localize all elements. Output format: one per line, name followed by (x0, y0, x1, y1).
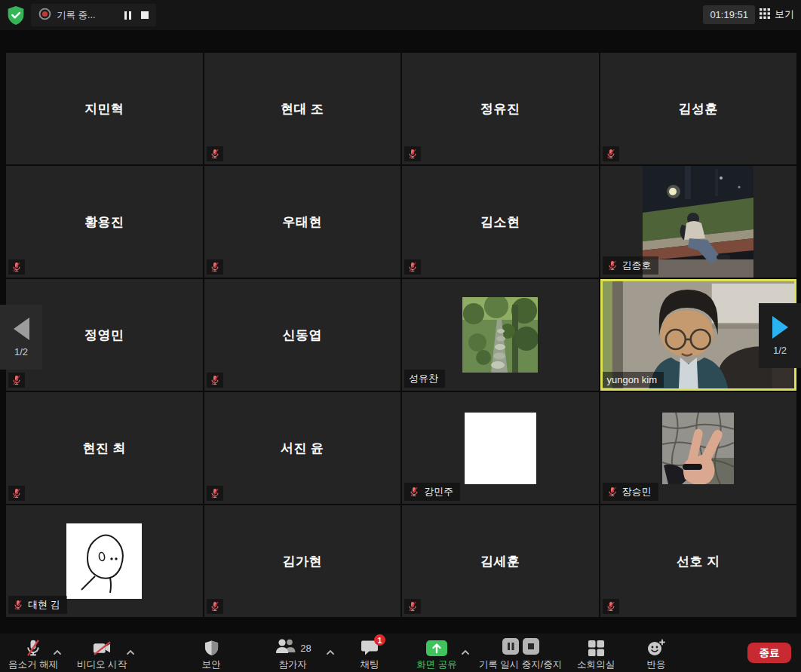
participant-tile[interactable]: 김소현 (402, 166, 599, 278)
breakout-rooms-button[interactable]: 소회의실 (569, 634, 622, 672)
participant-nameplate (207, 599, 223, 614)
participant-tile[interactable]: 대현 김 (6, 505, 203, 617)
participant-tile[interactable]: 강민주 (402, 392, 599, 504)
participant-tile[interactable]: 정유진 (402, 53, 599, 164)
participant-name: 현진 최 (6, 392, 203, 504)
start-video-label: 비디오 시작 (77, 658, 127, 671)
next-arrow-icon (772, 316, 788, 339)
participant-name: 김소현 (402, 166, 599, 278)
participant-nameplate (8, 373, 25, 388)
participant-name: 서진 윤 (204, 392, 401, 504)
participant-tile[interactable]: 성유찬 (402, 279, 599, 391)
reactions-icon (646, 638, 666, 658)
recording-stop-icon[interactable] (141, 11, 149, 19)
chat-badge: 1 (374, 634, 385, 646)
muted-mic-icon (210, 375, 220, 385)
security-label: 보안 (202, 658, 221, 671)
participant-tile[interactable]: 우태현 (204, 166, 401, 278)
muted-mic-icon (607, 260, 618, 271)
record-stop-icon[interactable] (523, 638, 539, 658)
participant-nameplate (207, 373, 223, 388)
participant-tile[interactable]: 김종호 (600, 166, 797, 278)
unmute-options-chevron[interactable] (53, 645, 62, 658)
muted-mic-icon (11, 488, 22, 499)
muted-mic-icon (407, 262, 418, 272)
participant-tile[interactable]: 장승민 (600, 392, 797, 504)
participant-tile[interactable]: 선호 지 (600, 505, 797, 617)
participant-tile[interactable]: 현대 조 (204, 53, 401, 164)
share-screen-label: 화면 공유 (416, 658, 456, 671)
participant-name: 지민혁 (6, 53, 203, 164)
participant-name: 황용진 (6, 166, 203, 278)
record-label: 기록 일시 중지/중지 (479, 658, 562, 671)
participant-tile[interactable]: 지민혁 (6, 53, 203, 164)
participant-tile[interactable]: 김가현 (204, 505, 401, 617)
previous-page-button[interactable]: 1/2 (0, 305, 42, 370)
participant-name: 김세훈 (402, 505, 599, 617)
record-pause-stop-button[interactable]: 기록 일시 중지/중지 (471, 634, 569, 672)
participant-name: 장승민 (622, 485, 652, 499)
participant-tile[interactable]: 김성훈 (600, 53, 797, 164)
grid-view-icon (760, 8, 770, 21)
participant-nameplate (603, 146, 619, 161)
page-indicator: 1/2 (14, 346, 28, 357)
muted-mic-icon (607, 486, 618, 497)
participant-nameplate (404, 146, 421, 161)
participant-tile[interactable]: 김세훈 (402, 505, 599, 617)
next-page-button[interactable]: 1/2 (759, 303, 801, 368)
muted-mic-icon (606, 601, 616, 612)
participants-button[interactable]: 28 참가자 (264, 634, 321, 672)
participants-options-chevron[interactable] (326, 645, 335, 658)
participant-tile[interactable]: 서진 윤 (204, 392, 401, 504)
participant-name: 우태현 (204, 166, 401, 278)
previous-arrow-icon (14, 318, 29, 340)
view-label: 보기 (775, 8, 794, 21)
participant-name: 신동엽 (204, 279, 401, 391)
participant-name: 현대 조 (204, 53, 401, 164)
page-indicator: 1/2 (773, 345, 787, 356)
breakout-rooms-label: 소회의실 (577, 658, 615, 671)
recording-status-label: 기록 중... (57, 9, 95, 22)
security-button[interactable]: 보안 (185, 634, 238, 672)
participant-name: 김종호 (622, 259, 652, 272)
chat-button[interactable]: 1 채팅 (347, 634, 392, 672)
video-options-chevron[interactable] (126, 645, 135, 658)
view-button[interactable]: 보기 (760, 8, 794, 21)
muted-mic-icon (210, 149, 220, 159)
participant-nameplate: 김종호 (603, 256, 658, 275)
muted-mic-icon (210, 262, 220, 272)
end-meeting-button[interactable]: 종료 (747, 643, 791, 663)
security-shield-icon[interactable] (6, 5, 26, 26)
participant-nameplate: 장승민 (603, 483, 658, 501)
muted-mic-icon (11, 375, 22, 385)
start-video-button[interactable]: 비디오 시작 (70, 634, 134, 672)
participant-name: 김가현 (204, 505, 401, 617)
participant-name: yungon kim (607, 374, 657, 385)
zoom-meeting-window: 기록 중... 01:19:51 보기 지민혁현대 조 정유진 김성훈 황용진 … (0, 0, 801, 672)
recording-pause-icon[interactable] (124, 11, 131, 20)
participant-tile[interactable]: 황용진 (6, 166, 203, 278)
share-options-chevron[interactable] (461, 645, 470, 658)
muted-mic-icon (409, 486, 419, 497)
participant-nameplate (8, 259, 25, 275)
participant-name: 선호 지 (600, 505, 797, 617)
record-pause-icon[interactable] (502, 638, 519, 658)
participant-nameplate (8, 486, 25, 501)
share-screen-icon (425, 638, 448, 658)
recording-indicator-icon (38, 8, 51, 23)
muted-mic-icon (407, 149, 418, 159)
muted-mic-icon (606, 149, 616, 159)
recording-panel: 기록 중... (31, 4, 156, 26)
meeting-toolbar: 음소거 해제 비디오 시작 (0, 634, 801, 672)
share-screen-button[interactable]: 화면 공유 (414, 634, 459, 672)
participant-name: 대현 김 (28, 598, 60, 612)
participant-nameplate: yungon kim (603, 372, 664, 388)
muted-mic-icon (407, 601, 418, 612)
participant-tile[interactable]: 신동엽 (204, 279, 401, 391)
chat-icon: 1 (361, 638, 379, 658)
muted-mic-icon (11, 262, 22, 272)
reactions-button[interactable]: 반응 (634, 634, 679, 672)
participant-nameplate (404, 599, 421, 614)
video-grid: 지민혁현대 조 정유진 김성훈 황용진 우태현 김소현 김종호정영민 신동엽 성… (6, 53, 796, 617)
participant-tile[interactable]: 현진 최 (6, 392, 203, 504)
